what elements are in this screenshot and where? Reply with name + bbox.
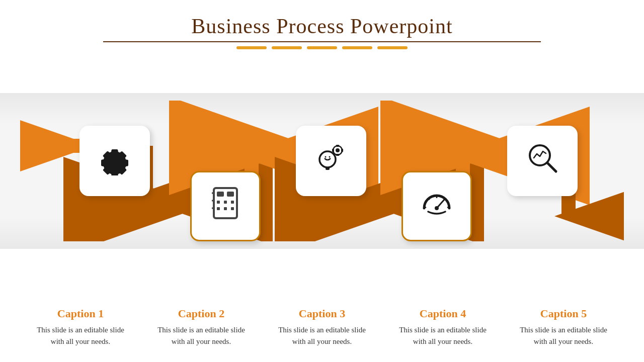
caption-title-5: Caption 5: [513, 307, 614, 320]
caption-item-1: Caption 1 This slide is an editable slid…: [30, 307, 131, 347]
svg-point-28: [325, 156, 327, 157]
svg-rect-19: [224, 201, 227, 204]
svg-point-29: [329, 156, 331, 157]
header: Business Process Powerpoint: [0, 0, 644, 49]
title-underline: [103, 41, 541, 42]
process-band: [0, 93, 644, 249]
step-4: [401, 171, 472, 241]
step-5: [507, 126, 578, 196]
step-1: [79, 126, 150, 196]
svg-rect-21: [217, 207, 220, 210]
caption-title-1: Caption 1: [30, 307, 131, 320]
brain-gear-icon: [313, 140, 349, 182]
caption-title-4: Caption 4: [392, 307, 493, 320]
deco-bar-5: [377, 46, 408, 49]
svg-rect-23: [231, 207, 234, 210]
caption-text-1: This slide is an editable slide with all…: [30, 324, 131, 347]
caption-item-5: Caption 5 This slide is an editable slid…: [513, 307, 614, 347]
search-chart-icon: [525, 140, 560, 182]
svg-rect-22: [224, 207, 227, 210]
calculator-icon: [208, 186, 243, 227]
caption-item-3: Caption 3 This slide is an editable slid…: [272, 307, 372, 347]
svg-rect-18: [217, 201, 220, 204]
caption-text-3: This slide is an editable slide with all…: [272, 324, 372, 347]
svg-rect-16: [217, 192, 224, 197]
svg-rect-20: [231, 201, 234, 204]
svg-rect-35: [332, 149, 334, 152]
decorative-bars: [0, 46, 644, 49]
caption-text-4: This slide is an editable slide with all…: [392, 324, 493, 347]
speedometer-icon: [419, 186, 454, 227]
caption-item-2: Caption 2 This slide is an editable slid…: [151, 307, 252, 347]
svg-rect-33: [336, 145, 339, 147]
deco-bar-3: [307, 46, 337, 49]
deco-bar-4: [342, 46, 372, 49]
deco-bar-2: [272, 46, 302, 49]
svg-line-45: [547, 163, 556, 171]
caption-item-4: Caption 4 This slide is an editable slid…: [392, 307, 493, 347]
svg-rect-30: [326, 167, 330, 170]
slide: Business Process Powerpoint: [0, 0, 644, 362]
svg-point-43: [435, 206, 439, 210]
caption-text-5: This slide is an editable slide with all…: [513, 324, 614, 347]
step-3: [296, 126, 366, 196]
svg-rect-17: [227, 192, 234, 197]
caption-title-2: Caption 2: [151, 307, 252, 320]
caption-text-2: This slide is an editable slide with all…: [151, 324, 252, 347]
caption-title-3: Caption 3: [272, 307, 372, 320]
deco-bar-1: [236, 46, 267, 49]
svg-rect-34: [336, 154, 339, 156]
page-title: Business Process Powerpoint: [0, 14, 644, 38]
gear-icon: [97, 140, 132, 182]
svg-rect-36: [341, 149, 343, 152]
svg-point-32: [336, 148, 340, 152]
step-2: [190, 171, 261, 241]
captions-section: Caption 1 This slide is an editable slid…: [20, 307, 624, 347]
process-container: [20, 101, 624, 241]
